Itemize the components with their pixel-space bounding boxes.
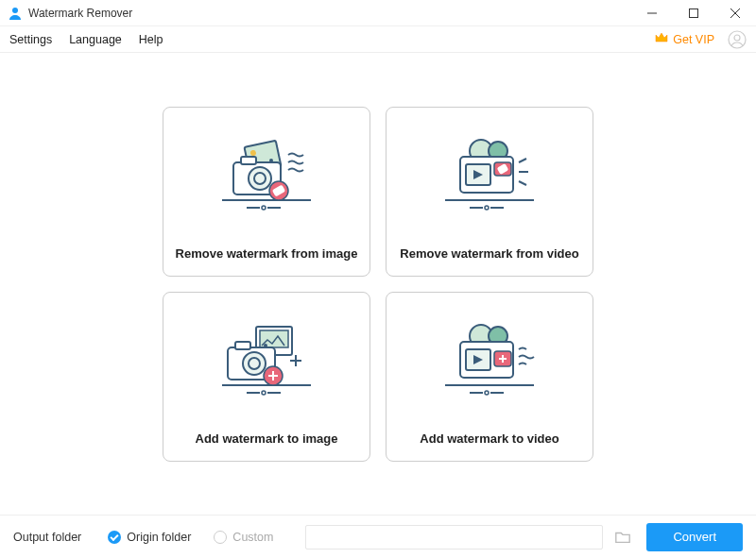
maximize-button[interactable] (673, 0, 714, 25)
menu-settings[interactable]: Settings (9, 33, 52, 46)
radio-check-icon (108, 531, 121, 544)
convert-button-label: Convert (673, 530, 716, 544)
output-path-input[interactable] (305, 525, 603, 550)
svg-point-17 (262, 206, 266, 210)
svg-point-31 (485, 206, 489, 210)
svg-point-58 (485, 391, 489, 395)
add-image-illustration-icon (163, 293, 369, 431)
window-controls (631, 0, 756, 25)
radio-origin-folder[interactable]: Origin folder (108, 531, 191, 544)
menubar: Settings Language Help Get VIP (0, 26, 756, 53)
svg-rect-2 (690, 8, 698, 17)
radio-dot-icon (214, 531, 227, 544)
card-label: Add watermark to video (420, 431, 558, 446)
browse-folder-button[interactable] (612, 527, 633, 548)
svg-point-46 (262, 391, 266, 395)
card-remove-watermark-video[interactable]: Remove watermark from video (386, 107, 593, 277)
crown-icon (654, 30, 673, 48)
svg-point-0 (12, 8, 18, 13)
convert-button[interactable]: Convert (646, 523, 743, 551)
remove-image-illustration-icon (163, 108, 369, 246)
card-label: Add watermark to image (196, 431, 338, 446)
svg-line-27 (519, 181, 526, 185)
card-add-watermark-video[interactable]: Add watermark to video (386, 292, 593, 462)
radio-label: Origin folder (127, 531, 191, 544)
card-label: Remove watermark from image (176, 246, 358, 261)
app-logo-icon (8, 6, 23, 21)
radio-label: Custom (232, 531, 273, 544)
menu-language[interactable]: Language (69, 33, 122, 46)
svg-rect-10 (241, 157, 256, 164)
svg-point-11 (269, 159, 273, 162)
window-title: Watermark Remover (28, 7, 631, 20)
svg-point-12 (249, 167, 271, 190)
svg-point-39 (243, 352, 266, 375)
svg-point-6 (734, 35, 740, 41)
output-folder-label: Output folder (13, 531, 81, 544)
action-grid: Remove watermark from image (163, 107, 593, 462)
titlebar: Watermark Remover (0, 0, 756, 26)
svg-line-25 (519, 159, 526, 162)
menu-help[interactable]: Help (139, 33, 163, 46)
main-area: Remove watermark from image (0, 53, 756, 515)
svg-rect-37 (235, 342, 250, 349)
bottom-bar: Output folder Origin folder Custom Conve… (0, 515, 756, 558)
profile-icon[interactable] (728, 30, 747, 49)
get-vip-button[interactable]: Get VIP (654, 30, 714, 48)
card-label: Remove watermark from video (400, 246, 578, 261)
radio-custom[interactable]: Custom (214, 531, 273, 544)
get-vip-label: Get VIP (673, 33, 714, 46)
card-add-watermark-image[interactable]: Add watermark to image (163, 292, 370, 462)
minimize-button[interactable] (631, 0, 673, 25)
remove-video-illustration-icon (387, 108, 593, 246)
close-button[interactable] (714, 0, 756, 25)
card-remove-watermark-image[interactable]: Remove watermark from image (163, 107, 370, 277)
add-video-illustration-icon (387, 293, 593, 431)
output-folder-radio-group: Origin folder Custom (108, 531, 296, 544)
svg-point-38 (264, 344, 267, 347)
